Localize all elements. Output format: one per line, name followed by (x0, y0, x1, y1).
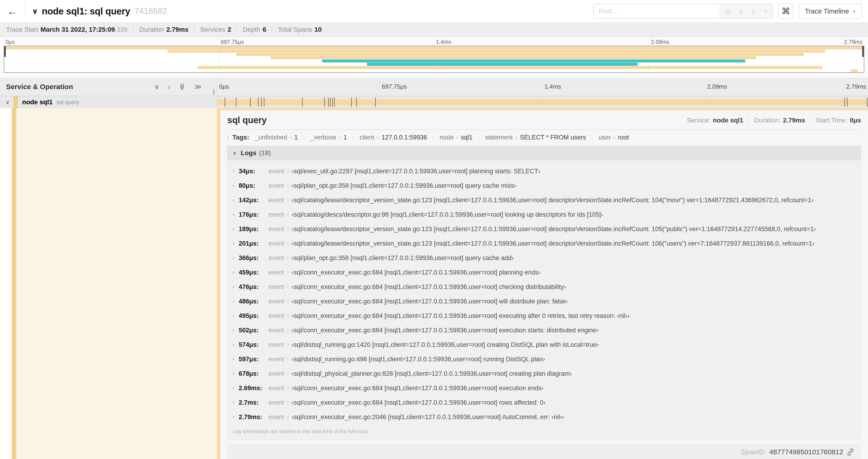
log-entry[interactable]: › 2.7ms: event = ‹sql/conn_executor_exec… (227, 395, 861, 410)
page-title: node sql1: sql query (42, 6, 130, 17)
service-operation-column-header: Service & Operation ∨ › ≫ ≫ ∥ (0, 77, 217, 96)
log-entry[interactable]: › 189μs: event = ‹sql/catalog/lease/desc… (227, 222, 861, 236)
log-event-message: ‹sql/catalog/lease/descriptor_version_st… (292, 240, 814, 247)
log-field-key: event (269, 327, 284, 334)
log-entry[interactable]: › 597μs: event = ‹sql/distsql_running.go… (227, 352, 861, 366)
logs-footnote: Log timestamps are relative to the start… (227, 424, 861, 439)
viewport-handle-left[interactable] (4, 46, 6, 57)
span-id-label: SpanID: (741, 448, 766, 456)
log-field-key: event (269, 283, 284, 291)
next-match-icon[interactable]: ∨ (751, 7, 756, 15)
log-timestamp: 597μs: (239, 356, 269, 363)
log-entry[interactable]: › 486μs: event = ‹sql/conn_executor_exec… (227, 294, 861, 308)
log-timestamp: 2.79ms: (239, 414, 269, 421)
logs-section: ∨ Logs (18) › 34μs: event = ‹sql/exec_ut… (227, 146, 861, 439)
collapse-all-icon[interactable]: ≫ (179, 83, 186, 90)
log-entry[interactable]: › 2.79ms: event = ‹sql/conn_executor_exe… (227, 410, 861, 424)
equals-sign: = (515, 135, 518, 141)
link-icon[interactable] (846, 448, 855, 456)
equals-sign: = (376, 135, 379, 141)
previous-match-icon[interactable]: ∧ (739, 7, 743, 15)
log-field-key: event (269, 341, 284, 349)
trace-id: 7418682 (134, 6, 167, 16)
span-row-timeline-cell[interactable] (217, 96, 868, 108)
log-event-message: ‹sql/conn_executor_exec.go:684 [nsql1,cl… (292, 298, 568, 305)
services-value: 2 (227, 26, 231, 33)
collapse-controls: ∨ › ≫ ≫ (154, 83, 211, 90)
column-resize-handle[interactable]: ∥ (212, 88, 215, 95)
log-field-key: event (269, 370, 284, 378)
log-timestamp: 495μs: (239, 312, 269, 320)
minimap-canvas[interactable] (4, 46, 864, 73)
locate-match-icon[interactable]: ◎ (725, 7, 731, 15)
equals-sign: = (286, 284, 289, 290)
tag-item[interactable]: node = sql1 (433, 134, 478, 141)
span-row-name-cell[interactable]: ∨ node sql1 sql query (0, 96, 217, 108)
minimap-span-bar (198, 66, 823, 69)
log-entry[interactable]: › 142μs: event = ‹sql/catalog/lease/desc… (227, 193, 861, 207)
equals-sign: = (286, 269, 289, 275)
span-row-node-sql1[interactable]: ∨ node sql1 sql query (0, 96, 868, 108)
clear-find-icon[interactable]: × (764, 8, 768, 15)
log-entry[interactable]: › 201μs: event = ‹sql/catalog/lease/desc… (227, 236, 861, 251)
expand-one-icon[interactable]: › (168, 83, 170, 90)
back-button[interactable]: ← (0, 0, 25, 22)
trace-view-selector[interactable]: Trace Timeline ∨ (799, 3, 862, 19)
logs-header[interactable]: ∨ Logs (18) (227, 146, 861, 160)
detail-span-bar (220, 108, 868, 110)
duration-label: Duration (139, 26, 164, 33)
tag-item[interactable]: _verbose = 1 (304, 134, 353, 141)
log-entry[interactable]: › 678μs: event = ‹sql/distsql_physical_p… (227, 366, 861, 381)
tag-key: user (598, 134, 611, 141)
span-table-header: Service & Operation ∨ › ≫ ≫ ∥ 0μs697.75μ… (0, 77, 868, 96)
log-tick-mark (844, 97, 845, 107)
ruler-tick-label: 2.79ms (846, 83, 866, 90)
detail-title-row: sql query Service: node sql1 Duration: 2… (227, 115, 861, 125)
tag-item[interactable]: client = 127.0.0.1:59936 (353, 134, 433, 141)
log-tick-mark (264, 97, 265, 107)
log-timestamp: 2.69ms: (239, 385, 269, 392)
log-event-message: ‹sql/conn_executor_exec.go:684 [nsql1,cl… (292, 385, 544, 392)
log-entry[interactable]: › 366μs: event = ‹sql/plan_opt.go:358 [n… (227, 251, 861, 265)
tag-item[interactable]: user = root (592, 134, 635, 141)
ruler-tick-label: 2.79ms (844, 39, 862, 45)
equals-sign: = (286, 240, 289, 247)
log-entry[interactable]: › 459μs: event = ‹sql/conn_executor_exec… (227, 265, 861, 280)
log-chevron-right-icon: › (232, 313, 239, 319)
collapse-one-icon[interactable]: ∨ (154, 83, 159, 90)
log-entry[interactable]: › 574μs: event = ‹sql/distsql_running.go… (227, 337, 861, 352)
log-entry[interactable]: › 34μs: event = ‹sql/exec_util.go:2297 [… (227, 164, 861, 178)
minimap-span-bar (322, 60, 745, 63)
detail-operation-title: sql query (227, 115, 267, 125)
ruler-tick-label: 0μs (6, 39, 15, 45)
keyboard-shortcuts-button[interactable]: ⌘ (778, 3, 794, 19)
log-chevron-right-icon: › (232, 255, 239, 261)
tag-item[interactable]: _unfinished = 1 (251, 134, 304, 141)
log-field-key: event (269, 211, 284, 218)
find-input[interactable] (594, 4, 720, 18)
log-entry[interactable]: › 495μs: event = ‹sql/conn_executor_exec… (227, 308, 861, 323)
tags-chevron-right-icon: › (227, 134, 229, 141)
expand-all-icon[interactable]: ≫ (194, 83, 202, 90)
log-entry[interactable]: › 176μs: event = ‹sql/catalog/descs/desc… (227, 207, 861, 222)
services-label: Services (200, 26, 225, 33)
tags-label: Tags: (232, 134, 249, 141)
minimap-span-bar (851, 69, 858, 72)
log-chevron-right-icon: › (232, 342, 239, 348)
log-entry[interactable]: › 502μs: event = ‹sql/conn_executor_exec… (227, 323, 861, 337)
log-entry[interactable]: › 2.69ms: event = ‹sql/conn_executor_exe… (227, 381, 861, 395)
equals-sign: = (286, 226, 289, 232)
log-tick-mark (330, 97, 331, 107)
log-entry[interactable]: › 476μs: event = ‹sql/conn_executor_exec… (227, 280, 861, 294)
log-chevron-right-icon: › (232, 211, 239, 218)
title-chevron-down-icon[interactable]: ∨ (32, 7, 38, 15)
tags-row[interactable]: › Tags: _unfinished = 1 _verbose = 1 cli… (227, 134, 861, 141)
tag-item[interactable]: statement = SELECT * FROM users (478, 134, 592, 141)
viewport-handle-right[interactable] (862, 46, 864, 57)
span-collapse-chevron-icon[interactable]: ∨ (6, 99, 9, 105)
depth-label: Depth (243, 26, 260, 33)
log-field-key: event (269, 182, 284, 189)
log-event-message: ‹sql/plan_opt.go:358 [nsql1,client=127.0… (292, 182, 516, 189)
log-entry[interactable]: › 80μs: event = ‹sql/plan_opt.go:358 [ns… (227, 178, 861, 193)
log-timestamp: 2.7ms: (239, 399, 269, 406)
